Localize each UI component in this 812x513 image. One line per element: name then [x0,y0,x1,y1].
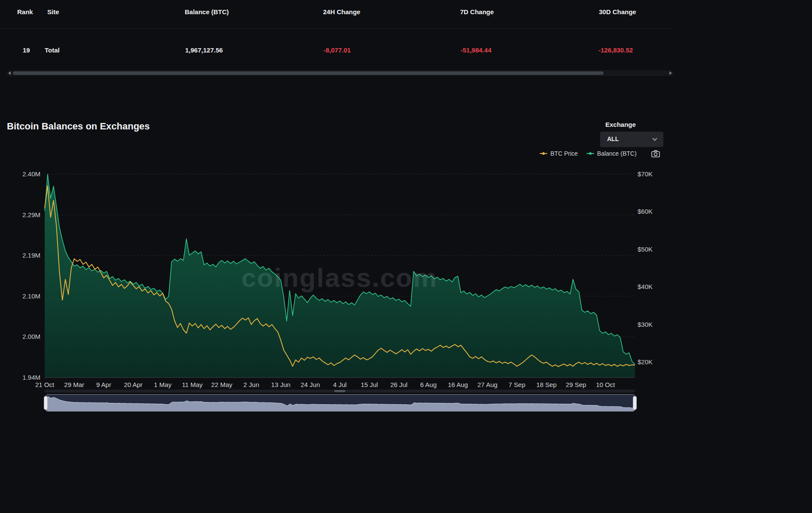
column-header-7d: 7D Change [460,8,494,15]
x-axis-tick-label: 15 Jul [361,381,378,388]
chart-range-navigator[interactable] [45,394,636,412]
x-axis-tick-label: 10 Oct [596,381,615,388]
column-header-site: Site [47,8,59,15]
left-axis-tick-label: 2.29M [22,211,40,218]
column-header-balance: Balance (BTC) [185,8,229,15]
x-axis-tick-label: 20 Apr [124,381,142,388]
scroll-right-arrow-icon[interactable] [669,71,672,75]
right-axis-tick-label: $70K [638,170,653,178]
column-header-30d: 30D Change [599,8,636,15]
page-title: Bitcoin Balances on Exchanges [7,121,150,132]
exchange-balance-table: Rank Site Balance (BTC) 24H Change 7D Ch… [0,0,674,69]
x-axis-tick-label: 21 Oct [35,381,55,388]
left-axis-tick-label: 2.00M [22,333,40,340]
camera-button[interactable] [651,150,660,157]
x-axis-tick-label: 18 Sep [536,381,557,388]
exchange-label: Exchange [605,121,636,128]
x-axis-tick-label: 22 May [211,381,233,388]
left-axis-tick-label: 1.94M [22,374,40,381]
x-axis-tick-label: 6 Aug [420,381,437,388]
exchange-selected-value: ALL [607,135,619,142]
chart-mini-scrollbar[interactable] [45,390,635,393]
mini-scrollbar-thumb[interactable] [334,390,345,392]
cell-24h-change: -8,077.01 [324,46,351,54]
left-axis-tick-label: 2.10M [22,292,40,300]
header-divider [0,28,674,29]
cell-balance: 1,967,127.56 [185,46,223,54]
legend-item-balance[interactable]: Balance (BTC) [586,150,637,157]
chart-legend: BTC Price Balance (BTC) [540,149,660,158]
cell-7d-change: -51,984.44 [461,46,491,54]
x-axis-tick-label: 1 May [154,381,171,388]
navigator-right-handle[interactable] [633,396,637,410]
right-axis-tick-label: $60K [638,208,653,215]
x-axis-tick-label: 27 Aug [477,381,498,388]
balance-area [45,174,635,378]
x-axis-tick-label: 9 Apr [96,381,111,388]
x-axis-tick-label: 26 Jul [390,381,407,388]
x-axis-tick-label: 4 Jul [333,381,347,388]
x-axis-tick-label: 13 Jun [271,381,290,388]
x-axis-tick-label: 11 May [182,381,203,388]
x-axis-tick-label: 29 Mar [64,381,84,388]
cell-30d-change: -126,830.52 [598,46,633,54]
left-axis-tick-label: 2.40M [22,170,40,178]
left-axis-tick-label: 2.19M [22,252,40,259]
x-axis-tick-label: 16 Aug [448,381,468,388]
right-axis-tick-label: $20K [638,358,653,366]
legend-label-balance: Balance (BTC) [597,150,637,157]
column-header-rank: Rank [17,8,33,15]
exchange-dropdown[interactable]: ALL [600,132,663,147]
right-axis-tick-label: $50K [638,246,653,253]
right-axis-tick-label: $30K [638,321,653,328]
navigator-chart [45,395,635,411]
scrollbar-thumb[interactable] [13,71,604,75]
camera-icon [651,150,660,157]
table-horizontal-scrollbar[interactable] [6,70,674,76]
legend-item-btc-price[interactable]: BTC Price [540,150,578,157]
cell-rank: 19 [23,46,30,54]
column-header-24h: 24H Change [323,8,360,15]
balance-legend-marker [586,153,594,154]
chevron-down-icon [652,136,657,141]
btc-price-legend-marker [540,153,547,154]
x-axis-tick-label: 2 Jun [244,381,259,388]
cell-site: Total [45,46,60,54]
scroll-left-arrow-icon[interactable] [8,71,11,75]
x-axis-tick-label: 24 Jun [301,381,320,388]
x-axis-tick-label: 7 Sep [509,381,525,388]
legend-label-btc-price: BTC Price [550,150,578,157]
chart-plot-area[interactable]: 2.40M2.29M2.19M2.10M2.00M1.94M$70K$60K$5… [0,163,679,400]
navigator-left-handle[interactable] [44,396,48,410]
x-axis-tick-label: 29 Sep [566,381,586,388]
right-axis-tick-label: $40K [638,283,653,290]
